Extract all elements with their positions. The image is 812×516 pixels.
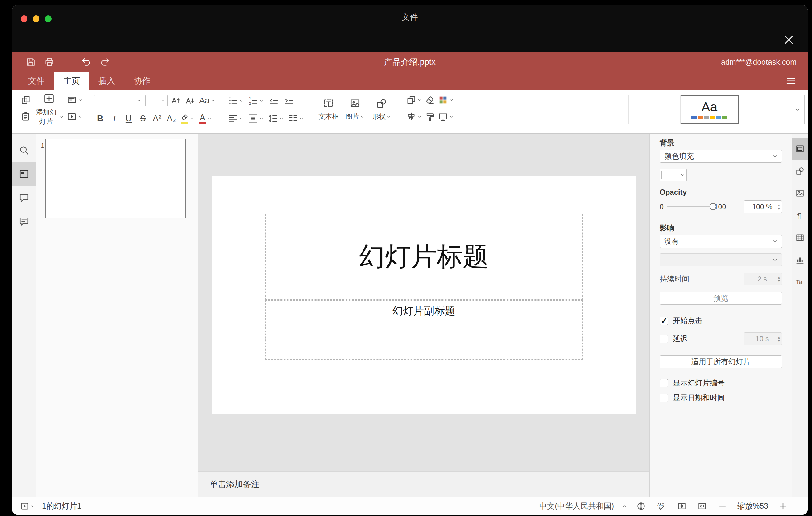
theme-item[interactable] — [525, 95, 577, 124]
slide-size-button[interactable] — [437, 110, 455, 124]
start-on-click-checkbox[interactable]: 开始点击 — [660, 316, 782, 325]
preview-button[interactable]: 预览 — [660, 292, 782, 305]
close-traffic-light[interactable] — [21, 16, 27, 22]
effect-variant-select[interactable] — [660, 253, 782, 266]
print-button[interactable] — [42, 55, 56, 69]
notes-area[interactable]: 单击添加备注 — [198, 471, 649, 497]
zoom-out-button[interactable] — [716, 499, 729, 513]
background-fill-select[interactable]: 颜色填充 — [660, 150, 782, 163]
slide-thumbnails-panel[interactable]: 1 — [36, 134, 198, 497]
highlight-color-button[interactable] — [179, 111, 196, 125]
start-slideshow-status-button[interactable] — [20, 499, 35, 513]
minimize-traffic-light[interactable] — [33, 16, 39, 22]
opacity-slider-knob[interactable] — [709, 203, 716, 210]
subscript-button[interactable]: A₂ — [165, 111, 177, 125]
font-size-select[interactable] — [145, 95, 168, 107]
comments-panel-button[interactable] — [12, 186, 36, 209]
copy-button[interactable] — [19, 93, 32, 107]
language-selector[interactable]: 中文(中华人民共和国) — [539, 501, 614, 511]
tab-collaboration[interactable]: 协作 — [124, 72, 160, 90]
document-language-button[interactable] — [635, 499, 647, 513]
spellcheck-button[interactable]: ABC — [655, 499, 668, 513]
redo-button[interactable] — [98, 55, 112, 69]
tab-file[interactable]: 文件 — [19, 72, 54, 90]
theme-item[interactable] — [577, 95, 629, 124]
italic-button[interactable]: I — [108, 111, 121, 125]
chat-panel-button[interactable] — [12, 209, 36, 233]
fit-width-button[interactable] — [696, 499, 708, 513]
search-panel-button[interactable] — [12, 138, 36, 162]
show-slide-number-checkbox[interactable]: 显示幻灯片编号 — [660, 378, 782, 388]
theme-gallery-expand-button[interactable] — [790, 95, 805, 124]
tab-insert[interactable]: 插入 — [89, 72, 124, 90]
theme-item[interactable] — [629, 95, 680, 124]
insert-textbox-button[interactable]: 文本框 — [315, 93, 342, 126]
maximize-traffic-light[interactable] — [45, 16, 52, 22]
checkbox-icon[interactable] — [660, 394, 668, 402]
theme-gallery[interactable]: Aa — [525, 95, 790, 124]
underline-button[interactable]: U — [122, 111, 135, 125]
fit-slide-button[interactable] — [676, 499, 688, 513]
copy-style-button[interactable] — [423, 110, 437, 124]
undo-button[interactable] — [79, 55, 93, 69]
paragraph-settings-button[interactable]: ¶ — [792, 204, 808, 227]
horizontal-align-button[interactable] — [227, 111, 245, 125]
insert-image-button[interactable]: 图片 — [342, 93, 368, 126]
slide-canvas-area[interactable]: 幻灯片标题 幻灯片副标题 单击添加备注 — [198, 134, 649, 497]
numbering-button[interactable]: 12 — [247, 93, 265, 108]
font-name-select[interactable] — [94, 95, 143, 107]
bullets-button[interactable] — [227, 93, 245, 108]
decrease-indent-button[interactable] — [267, 93, 281, 108]
increase-font-button[interactable] — [169, 93, 182, 108]
menu-button[interactable] — [784, 75, 798, 87]
zoom-in-button[interactable] — [777, 499, 789, 513]
slide-title-placeholder[interactable]: 幻灯片标题 — [265, 214, 583, 300]
start-slideshow-button[interactable] — [66, 110, 84, 124]
save-button[interactable] — [24, 55, 38, 69]
duration-spinner[interactable]: 2 s▴▾ — [744, 273, 782, 285]
chart-settings-button[interactable] — [792, 249, 808, 271]
opacity-slider[interactable] — [667, 206, 713, 207]
checkbox-icon[interactable] — [660, 379, 668, 387]
spinner-arrows-icon[interactable]: ▴▾ — [778, 203, 782, 210]
theme-item-selected[interactable]: Aa — [680, 95, 738, 124]
clear-style-button[interactable] — [423, 93, 437, 107]
columns-button[interactable] — [287, 111, 305, 125]
slide-canvas[interactable]: 幻灯片标题 幻灯片副标题 — [212, 176, 636, 414]
strikethrough-button[interactable]: S — [137, 111, 149, 125]
insert-shape-button[interactable]: 形状 — [368, 93, 395, 126]
increase-indent-button[interactable] — [282, 93, 296, 108]
textart-settings-button[interactable]: Ta — [792, 271, 808, 293]
slide-thumbnail[interactable] — [45, 139, 186, 218]
bold-button[interactable]: B — [94, 111, 107, 125]
font-color-button[interactable]: A — [198, 111, 213, 125]
checkbox-icon[interactable] — [660, 317, 668, 325]
change-case-button[interactable]: Aa — [198, 93, 216, 108]
paste-button[interactable] — [19, 110, 32, 124]
shape-settings-button[interactable] — [792, 160, 808, 182]
theme-item[interactable] — [738, 95, 790, 124]
arrange-shape-button[interactable] — [405, 93, 423, 107]
spinner-arrows-icon[interactable]: ▴▾ — [778, 336, 782, 342]
line-spacing-button[interactable] — [267, 111, 285, 125]
decrease-font-button[interactable] — [183, 93, 196, 108]
close-button[interactable] — [781, 32, 796, 48]
slide-settings-button[interactable] — [792, 138, 808, 160]
slide-subtitle-placeholder[interactable]: 幻灯片副标题 — [265, 300, 583, 360]
slides-panel-button[interactable] — [12, 162, 36, 186]
table-settings-button[interactable] — [792, 227, 808, 249]
effect-select[interactable]: 没有 — [660, 235, 782, 248]
align-shape-button[interactable] — [405, 110, 423, 124]
color-scheme-button[interactable] — [437, 93, 455, 107]
checkbox-icon[interactable] — [660, 335, 668, 343]
image-settings-button[interactable] — [792, 182, 808, 204]
slide-layout-button[interactable] — [66, 93, 84, 107]
add-slide-button[interactable]: 添加幻灯片 — [34, 93, 64, 126]
show-date-time-checkbox[interactable]: 显示日期和时间 — [660, 393, 782, 403]
spinner-arrows-icon[interactable]: ▴▾ — [778, 276, 782, 282]
background-color-picker[interactable] — [660, 169, 687, 181]
superscript-button[interactable]: A² — [151, 111, 163, 125]
opacity-spinner[interactable]: 100 %▴▾ — [744, 200, 782, 213]
delay-spinner[interactable]: 10 s▴▾ — [744, 333, 782, 345]
tab-home[interactable]: 主页 — [54, 72, 89, 90]
